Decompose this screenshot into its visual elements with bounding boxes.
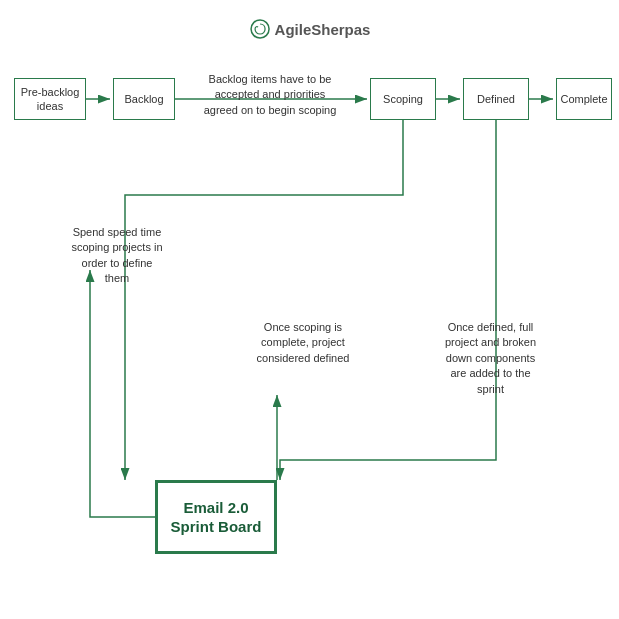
box-prebacklog: Pre-backlogideas [14, 78, 86, 120]
diagram: AgileSherpas Pre-back [0, 0, 619, 619]
label-once-scoping: Once scoping iscomplete, projectconsider… [228, 320, 378, 366]
box-backlog: Backlog [113, 78, 175, 120]
label-backlog-items: Backlog items have to beaccepted and pri… [185, 72, 355, 118]
box-defined: Defined [463, 78, 529, 120]
box-sprint: Email 2.0Sprint Board [155, 480, 277, 554]
logo: AgileSherpas [249, 18, 371, 40]
label-once-defined: Once defined, fullproject and brokendown… [418, 320, 563, 397]
label-spend-speed: Spend speed timescoping projects inorder… [52, 225, 182, 287]
box-scoping: Scoping [370, 78, 436, 120]
box-complete: Complete [556, 78, 612, 120]
logo-text: AgileSherpas [275, 21, 371, 38]
spiral-icon [249, 18, 271, 40]
svg-point-0 [251, 20, 269, 38]
